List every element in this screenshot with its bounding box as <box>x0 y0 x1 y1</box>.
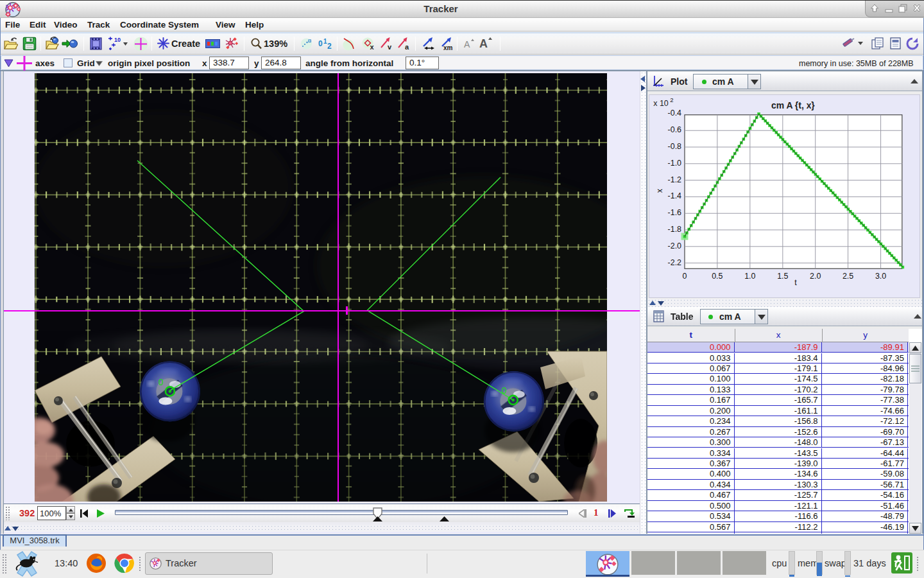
svg-text:cm A {t, x}: cm A {t, x} <box>771 100 815 110</box>
svg-text:2.5: 2.5 <box>843 272 853 281</box>
svg-text:A: A <box>464 39 470 49</box>
svg-text:2: 2 <box>327 42 332 50</box>
svg-text:v: v <box>388 43 392 51</box>
svg-text:-0.8: -0.8 <box>668 142 681 151</box>
svg-text:2.0: 2.0 <box>810 272 821 281</box>
svg-text:3.0: 3.0 <box>875 272 886 281</box>
svg-text:-1.4: -1.4 <box>668 191 681 200</box>
svg-text:-2.0: -2.0 <box>668 241 681 250</box>
svg-text:0: 0 <box>318 39 323 48</box>
svg-text:1.5: 1.5 <box>777 272 788 281</box>
svg-text:x: x <box>655 188 664 193</box>
svg-text:A: A <box>479 37 488 50</box>
svg-text:0.5: 0.5 <box>712 272 723 281</box>
svg-text:x: x <box>370 43 375 51</box>
svg-text:-2.2: -2.2 <box>668 258 681 267</box>
svg-text:-0.4: -0.4 <box>668 109 681 118</box>
svg-text:-0.6: -0.6 <box>668 125 681 134</box>
svg-text:0: 0 <box>683 272 687 281</box>
svg-text:-1.0: -1.0 <box>668 159 681 168</box>
svg-text:-1.8: -1.8 <box>668 225 681 234</box>
svg-text:2: 2 <box>670 96 673 103</box>
svg-text:t: t <box>794 278 797 287</box>
svg-text:-1.2: -1.2 <box>668 175 681 184</box>
svg-text:10: 10 <box>114 37 121 43</box>
svg-text:x 10: x 10 <box>653 99 669 108</box>
svg-text:a: a <box>405 43 409 51</box>
svg-text:xm: xm <box>443 44 453 51</box>
svg-text:-1.6: -1.6 <box>668 208 681 217</box>
svg-text:1.0: 1.0 <box>744 272 755 281</box>
